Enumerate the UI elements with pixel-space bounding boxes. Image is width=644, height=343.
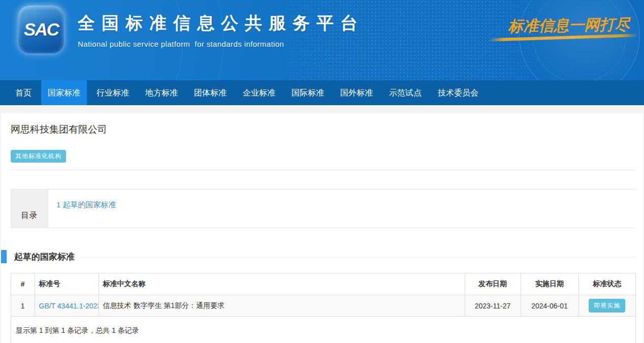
standard-no-cell: GB/T 43441.1-2023	[35, 295, 99, 317]
column-header: 标准状态	[578, 273, 635, 295]
row-index: 1	[11, 295, 35, 317]
nav-item[interactable]: 首页	[9, 80, 38, 105]
sac-logo[interactable]: SAC	[18, 6, 64, 53]
section-title-row: 起草的国家标准	[1, 250, 643, 263]
toc-links: 1 起草的国家标准	[48, 190, 116, 228]
nav-item[interactable]: 企业标准	[236, 80, 282, 105]
toc-link[interactable]: 1 起草的国家标准	[56, 200, 116, 209]
nav-item[interactable]: 国际标准	[285, 80, 331, 105]
nav-item[interactable]: 示范试点	[382, 80, 428, 105]
table-row: 1GB/T 43441.1-2023信息技术 数字孪生 第1部分：通用要求202…	[11, 295, 635, 317]
org-header: 网思科技集团有限公司 其他标准化机构	[1, 113, 643, 163]
records-summary: 显示第 1 到第 1 条记录，总共 1 条记录	[11, 317, 635, 343]
site-titles: 全国标准信息公共服务平台 National public service pla…	[78, 12, 364, 48]
standards-table: #标准号标准中文名称发布日期实施日期标准状态 1GB/T 43441.1-202…	[11, 273, 635, 317]
column-header: 标准号	[35, 273, 99, 295]
status-badge: 即将实施	[589, 299, 625, 313]
column-header: 发布日期	[465, 273, 521, 295]
toc-widget: 目录 1 起草的国家标准	[11, 189, 636, 228]
nav-item[interactable]: 国外标准	[334, 80, 379, 105]
org-type-badge: 其他标准化机构	[11, 150, 66, 163]
publish-date: 2023-11-27	[465, 295, 521, 317]
nav-item[interactable]: 行业标准	[90, 80, 136, 105]
column-header: 实施日期	[521, 273, 578, 295]
section-title: 起草的国家标准	[14, 251, 75, 263]
table-header-row: #标准号标准中文名称发布日期实施日期标准状态	[11, 273, 635, 295]
status-cell: 即将实施	[578, 295, 635, 317]
nav-item[interactable]: 国家标准	[41, 80, 87, 105]
site-title-en: National public service platform for sta…	[78, 40, 364, 48]
implement-date: 2024-06-01	[521, 295, 578, 317]
standard-no-link[interactable]: GB/T 43441.1-2023	[39, 302, 99, 310]
nav-item[interactable]: 技术委员会	[431, 80, 485, 105]
nav-item[interactable]: 地方标准	[139, 80, 184, 105]
column-header: 标准中文名称	[99, 273, 465, 295]
main-nav-list: 首页国家标准行业标准地方标准团体标准企业标准国际标准国外标准示范试点技术委员会	[0, 80, 644, 105]
standards-table-container: #标准号标准中文名称发布日期实施日期标准状态 1GB/T 43441.1-202…	[11, 273, 636, 343]
slogan-text: 标准信息一网打尽	[500, 14, 638, 38]
table-body: 1GB/T 43441.1-2023信息技术 数字孪生 第1部分：通用要求202…	[11, 295, 635, 317]
site-title-cn: 全国标准信息公共服务平台	[78, 12, 364, 35]
column-header: #	[11, 273, 35, 295]
toc-label: 目录	[11, 190, 48, 228]
globe-graphic	[519, 0, 640, 80]
content-card: 网思科技集团有限公司 其他标准化机构 目录 1 起草的国家标准 起草的国家标准 …	[1, 113, 643, 343]
section-accent-bar	[1, 250, 7, 263]
standard-name: 信息技术 数字孪生 第1部分：通用要求	[99, 295, 465, 317]
main-nav: 首页国家标准行业标准地方标准团体标准企业标准国际标准国外标准示范试点技术委员会	[0, 80, 644, 105]
nav-item[interactable]: 团体标准	[187, 80, 233, 105]
site-header: SAC 全国标准信息公共服务平台 National public service…	[0, 0, 644, 80]
section-rule	[81, 257, 636, 258]
org-name: 网思科技集团有限公司	[11, 123, 636, 136]
divider	[11, 170, 636, 170]
